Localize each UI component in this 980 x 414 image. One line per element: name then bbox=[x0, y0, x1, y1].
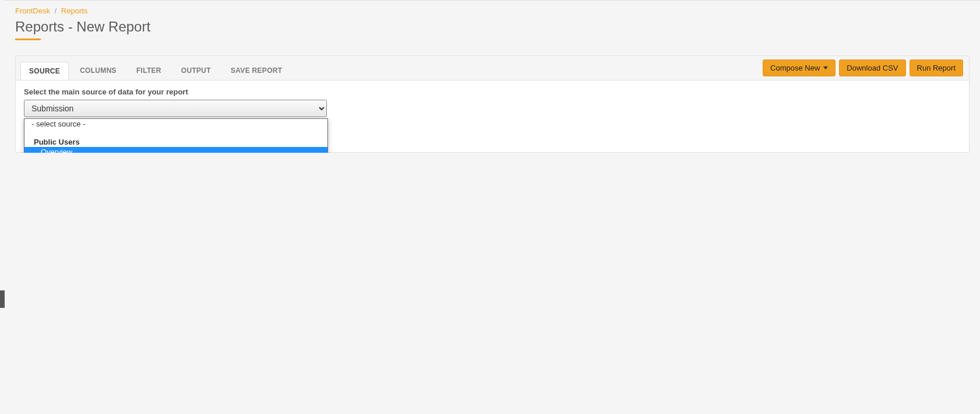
breadcrumb-link-frontdesk[interactable]: FrontDesk bbox=[15, 6, 50, 15]
caret-down-icon bbox=[823, 66, 828, 69]
dropdown-group-public-users: Public Users bbox=[24, 137, 327, 147]
page-title: Reports - New Report bbox=[5, 19, 980, 38]
panel-body: Select the main source of data for your … bbox=[16, 80, 969, 152]
source-select[interactable]: Submission bbox=[24, 100, 327, 117]
compose-new-label: Compose New bbox=[770, 64, 820, 72]
dropdown-option-overview[interactable]: Overview bbox=[24, 147, 327, 153]
action-buttons: Compose New Download CSV Run Report bbox=[763, 56, 963, 80]
tab-bar: SOURCE COLUMNS FILTER OUTPUT SAVE REPORT bbox=[16, 57, 298, 79]
tab-columns[interactable]: COLUMNS bbox=[71, 61, 125, 79]
tab-filter[interactable]: FILTER bbox=[128, 61, 170, 79]
source-field-label: Select the main source of data for your … bbox=[24, 87, 961, 96]
tab-save-report[interactable]: SAVE REPORT bbox=[222, 61, 291, 79]
download-csv-button[interactable]: Download CSV bbox=[839, 59, 905, 76]
title-underline bbox=[15, 38, 41, 40]
breadcrumb-separator: / bbox=[55, 6, 57, 15]
panel-header: SOURCE COLUMNS FILTER OUTPUT SAVE REPORT… bbox=[16, 56, 969, 80]
source-dropdown-listbox[interactable]: - select source - Public Users Overview … bbox=[24, 118, 328, 153]
report-panel: SOURCE COLUMNS FILTER OUTPUT SAVE REPORT… bbox=[15, 55, 970, 153]
tab-source[interactable]: SOURCE bbox=[20, 62, 69, 80]
dropdown-spacer bbox=[24, 129, 327, 137]
dropdown-option-placeholder[interactable]: - select source - bbox=[24, 119, 327, 129]
breadcrumb-link-reports[interactable]: Reports bbox=[61, 6, 88, 15]
breadcrumb: FrontDesk / Reports bbox=[5, 1, 980, 19]
run-report-button[interactable]: Run Report bbox=[910, 59, 963, 76]
compose-new-button[interactable]: Compose New bbox=[763, 59, 836, 76]
tab-output[interactable]: OUTPUT bbox=[172, 61, 220, 79]
